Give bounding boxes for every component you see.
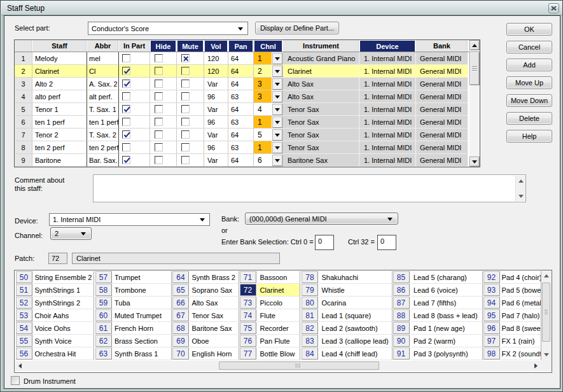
patch-name-56[interactable]: Orchestra Hit — [32, 347, 95, 360]
patch-name-97[interactable]: FX 1 (rain) — [501, 335, 542, 347]
cell-vol[interactable]: Var — [204, 154, 228, 167]
cell-vol[interactable]: 96 — [204, 141, 228, 154]
cell-pan[interactable]: 64 — [228, 52, 254, 65]
patch-name-69[interactable]: Oboe — [190, 335, 240, 347]
patch-number-55[interactable]: 55 — [16, 335, 32, 347]
cell-chnl[interactable]: 3 — [254, 78, 283, 90]
cell-chnl[interactable]: 1 — [254, 116, 283, 129]
staff-table-scrollbar-thumb[interactable] — [469, 52, 480, 85]
patch-number-57[interactable]: 57 — [95, 271, 112, 283]
cell-hide[interactable] — [150, 65, 177, 78]
cell-vol[interactable]: 120 — [204, 65, 228, 78]
cell-bank[interactable]: General MIDI — [416, 141, 468, 154]
cell-pan[interactable]: 63 — [228, 90, 254, 103]
patch-name-55[interactable]: Synth Voice — [32, 335, 95, 347]
patch-number-50[interactable]: 50 — [16, 271, 32, 283]
cell-pan[interactable]: 63 — [228, 116, 254, 129]
mute-checkbox[interactable] — [181, 67, 190, 75]
patch-number-96[interactable]: 96 — [483, 322, 500, 334]
cell-vol[interactable]: 96 — [204, 90, 228, 103]
in_part-checkbox[interactable] — [122, 156, 130, 164]
staff-row-8[interactable]: 8ten 2 perften 2 perf96631Tenor Sax1. In… — [15, 141, 480, 154]
patch-name-72[interactable]: Clarinet — [258, 284, 300, 297]
cell-instrument[interactable]: Tenor Sax — [283, 116, 359, 129]
patch-name-87[interactable]: Lead 7 (fifths) — [411, 297, 483, 309]
cell-pan[interactable]: 64 — [228, 65, 254, 78]
drum-instrument-checkbox[interactable] — [11, 376, 20, 385]
cell-bank[interactable]: General MIDI — [416, 103, 468, 116]
patch-number-63[interactable]: 63 — [95, 347, 112, 360]
staff-row-1[interactable]: 1Melodymel120641Acoustic Grand Piano1. I… — [15, 52, 480, 65]
cell-abbr[interactable]: T. Sax. 2 — [87, 129, 119, 141]
mute-checkbox[interactable] — [181, 156, 190, 164]
cell-device[interactable]: 1. Internal MIDI — [359, 116, 416, 129]
cell-in_part[interactable] — [119, 52, 150, 65]
comment-scroll-down-button[interactable] — [516, 192, 526, 200]
in_part-checkbox[interactable] — [122, 80, 130, 88]
hide-checkbox[interactable] — [155, 118, 163, 126]
patch-grid-scroll-up-button[interactable] — [541, 271, 552, 281]
cell-in_part[interactable] — [119, 129, 150, 141]
patch-name-58[interactable]: Trombone — [112, 284, 172, 297]
channel-cell-dropdown-button[interactable] — [272, 155, 282, 166]
patch-name-63[interactable]: Synth Brass 1 — [112, 347, 172, 360]
cell-staff[interactable]: Alto 2 — [32, 78, 87, 90]
cell-instrument[interactable]: Tenor Sax — [283, 129, 359, 141]
patch-grid-scroll-left-button[interactable] — [15, 361, 25, 371]
patch-name-78[interactable]: Shakuhachi — [319, 271, 393, 284]
cell-in_part[interactable] — [119, 141, 150, 154]
patch-number-73[interactable]: 73 — [240, 297, 256, 309]
comment-textarea[interactable] — [93, 174, 526, 202]
title-bar[interactable]: Staff Setup — [1, 1, 563, 15]
cell-pan[interactable]: 64 — [228, 78, 254, 90]
patch-number-93[interactable]: 93 — [483, 284, 500, 296]
mute-checkbox[interactable] — [181, 130, 190, 139]
cell-in_part[interactable] — [119, 90, 150, 103]
patch-number-76[interactable]: 76 — [240, 335, 256, 347]
cell-mute[interactable] — [177, 116, 204, 129]
cell-hide[interactable] — [150, 154, 177, 167]
in_part-checkbox[interactable] — [122, 67, 130, 75]
ctrl32-input[interactable]: 0 — [377, 235, 396, 250]
cell-mute[interactable] — [177, 78, 204, 90]
mute-checkbox[interactable] — [181, 105, 190, 113]
cell-instrument[interactable]: Baritone Sax — [283, 154, 359, 167]
patch-number-71[interactable]: 71 — [240, 271, 256, 283]
patch-name-61[interactable]: French Horn — [112, 322, 172, 335]
ctrl0-input[interactable]: 0 — [315, 235, 334, 250]
cell-abbr[interactable]: ten 2 perf — [87, 141, 119, 154]
patch-name-50[interactable]: String Ensemble 2 — [32, 271, 95, 284]
patch-number-94[interactable]: 94 — [483, 297, 500, 309]
cell-staff[interactable]: Tenor 2 — [32, 129, 87, 141]
patch-number-98[interactable]: 98 — [483, 347, 500, 360]
patch-number-79[interactable]: 79 — [302, 284, 318, 296]
staff-row-9[interactable]: 9BaritoneBar. Sax.Var646Baritone Sax1. I… — [15, 154, 480, 167]
cell-device[interactable]: 1. Internal MIDI — [359, 52, 416, 65]
patch-name-76[interactable]: Pan Flute — [258, 335, 300, 347]
patch-number-67[interactable]: 67 — [172, 309, 189, 321]
patch-name-53[interactable]: Choir Aahs — [32, 309, 95, 322]
cell-bank[interactable]: General MIDI — [416, 65, 468, 78]
patch-name-83[interactable]: Lead 3 (calliope lead) — [319, 335, 393, 347]
mute-checkbox[interactable] — [181, 54, 190, 62]
patch-grid-scroll-right-button[interactable] — [531, 361, 541, 371]
hide-checkbox[interactable] — [155, 156, 163, 164]
cell-mute[interactable] — [177, 129, 204, 141]
cell-chnl[interactable]: 2 — [254, 65, 283, 78]
cell-staff[interactable]: Melody — [32, 52, 87, 65]
in_part-checkbox[interactable] — [122, 105, 130, 113]
cell-device[interactable]: 1. Internal MIDI — [359, 78, 416, 90]
cell-vol[interactable]: 120 — [204, 52, 228, 65]
patch-number-86[interactable]: 86 — [393, 284, 410, 296]
channel-cell-dropdown-button[interactable] — [272, 116, 282, 128]
patch-number-75[interactable]: 75 — [240, 322, 256, 334]
patch-name-92[interactable]: Pad 4 (choir) — [501, 271, 542, 284]
cell-pan[interactable]: 64 — [228, 129, 254, 141]
patch-number-68[interactable]: 68 — [172, 322, 189, 334]
cell-vol[interactable]: Var — [204, 103, 228, 116]
select-part-dropdown-icon[interactable] — [238, 27, 243, 31]
channel-combobox[interactable]: 2 — [50, 227, 92, 240]
cell-mute[interactable] — [177, 154, 204, 167]
cell-staff[interactable]: alto perf — [32, 90, 87, 103]
cell-in_part[interactable] — [119, 116, 150, 129]
